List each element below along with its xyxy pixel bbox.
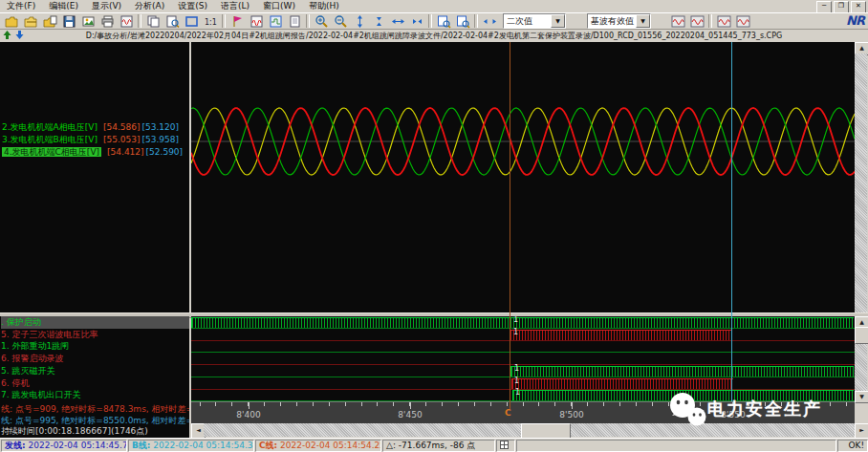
axis-minor-tick — [200, 402, 201, 406]
channel-label: 3.发电机机端B相电压[V] — [2, 135, 98, 144]
waveform-panel[interactable] — [191, 42, 855, 312]
wave-view-3-icon — [717, 14, 731, 29]
compress-vertical-button[interactable] — [369, 12, 388, 30]
cursor-b-line[interactable] — [731, 42, 732, 401]
wave-view-2-button[interactable] — [687, 12, 706, 30]
expand-horizontal-icon — [391, 14, 405, 29]
menu-item-4[interactable]: 设置(S) — [171, 0, 214, 12]
digital-channel-row[interactable]: 7. 跳发电机出口开关 — [1, 389, 189, 401]
digital-trace-panel[interactable]: 11111 — [191, 316, 855, 401]
preview-button[interactable] — [163, 12, 182, 30]
horizontal-scroll-thumb[interactable] — [521, 423, 571, 439]
cursor-info-panel: 线: 点号=909, 绝对时标=8478.3ms, 相对时差=8538.3ms线… — [0, 401, 189, 438]
wave-document-icon — [119, 14, 134, 29]
scroll-right-button[interactable]: ► — [855, 423, 868, 439]
toolbar-separator — [474, 14, 478, 28]
display-mode-select[interactable]: 基波有效值▼ — [587, 13, 651, 29]
menu-item-2[interactable]: 显示(V) — [85, 0, 128, 12]
digital-channel-row[interactable]: . 保护启动 — [1, 316, 189, 329]
zoom-region-button[interactable] — [434, 12, 453, 30]
toolbar-separator — [222, 14, 226, 28]
axis-minor-tick — [231, 402, 232, 406]
wave-frame-button[interactable] — [266, 12, 285, 30]
digital-channel-row[interactable]: 5. 定子三次谐波电压比率 — [1, 329, 189, 341]
digital-channel-row[interactable]: 6. 报警启动录波 — [1, 353, 189, 365]
open-folder-alt-button[interactable] — [21, 12, 40, 30]
digital-baseline — [191, 352, 855, 353]
copy-button[interactable] — [143, 12, 163, 30]
print-button[interactable] — [98, 12, 117, 30]
menu-item-6[interactable]: 窗口(W) — [256, 0, 302, 12]
axis-minor-tick — [361, 402, 362, 406]
digital-channel-row[interactable]: 1. 外部重动1跳闸 — [1, 340, 189, 353]
save-button[interactable] — [59, 12, 78, 30]
axis-minor-tick — [474, 402, 475, 406]
digital-scroll-thumb[interactable] — [855, 327, 868, 344]
axis-tick-label: 8'400 — [236, 410, 260, 420]
status-bar: 发线: 2022-02-04 05:14:45.773000 B线: 2022-… — [0, 438, 868, 452]
fit-window-button[interactable] — [182, 12, 201, 30]
analog-channel-row[interactable]: 3.发电机机端B相电压[V][55.053][53.958] — [2, 134, 179, 146]
toolbar-separator — [708, 14, 712, 28]
vertical-scrollbar-main[interactable] — [855, 54, 867, 312]
wave-view-3-button[interactable] — [714, 12, 733, 30]
analog-channel-row[interactable]: 4.发电机机端C相电压[V][54.412][52.590] — [2, 146, 183, 159]
axis-minor-tick — [345, 402, 346, 406]
menu-item-7[interactable]: 帮助(H) — [302, 0, 346, 12]
compress-vertical-icon — [372, 14, 386, 29]
one-to-one-icon: 1:1 — [204, 14, 218, 29]
digital-high-segment — [191, 317, 854, 328]
status-b-cursor-time: B线: 2022-02-04 05:14:54.323000 — [128, 440, 254, 452]
wave-view-4-button[interactable] — [733, 12, 752, 30]
print-icon — [100, 14, 115, 29]
digital-channel-row[interactable]: 5. 跳灭磁开关 — [1, 365, 189, 377]
compress-horizontal-button[interactable] — [407, 12, 426, 30]
wave-red-button[interactable] — [247, 12, 266, 30]
analog-channel-row[interactable]: 2.发电机机端A相电压[V][54.586][53.120] — [2, 121, 179, 134]
chevron-down-icon[interactable]: ▼ — [551, 14, 565, 28]
status-c-cursor-time: C线: 2022-02-04 05:14:54.251333 — [255, 440, 381, 452]
zoom-region-2-button[interactable] — [453, 12, 472, 30]
folder-page-button[interactable] — [40, 12, 59, 30]
one-to-one-button[interactable]: 1:1 — [201, 12, 220, 30]
menu-item-5[interactable]: 语言(L) — [214, 0, 256, 12]
flag-button[interactable] — [228, 12, 247, 30]
pan-horizontal-icon — [483, 14, 497, 29]
expand-vertical-icon — [353, 14, 367, 29]
menu-item-3[interactable]: 分析(A) — [128, 0, 171, 12]
menu-bar: 文件(F)编辑(E)显示(V)分析(A)设置(S)语言(L)窗口(W)帮助(H) — [0, 0, 868, 13]
zoom-out-button[interactable] — [331, 12, 350, 30]
axis-major-tick — [572, 402, 573, 409]
display-mode-value: 基波有效值 — [591, 15, 634, 28]
digital-scroll-down-button[interactable]: ▼ — [855, 391, 868, 403]
chevron-down-icon[interactable]: ▼ — [636, 14, 650, 28]
wave-view-1-button[interactable] — [668, 12, 687, 30]
cursor-c-value: [55.053] — [103, 135, 141, 144]
status-grid-icon[interactable] — [496, 440, 515, 452]
wave-document-button[interactable] — [117, 12, 136, 30]
expand-vertical-button[interactable] — [350, 12, 369, 30]
open-folder-button[interactable] — [2, 12, 21, 30]
axis-minor-tick — [296, 402, 297, 406]
digital-channel-label: 5. 定子三次谐波电压比率 — [1, 330, 98, 339]
cursor-c-line[interactable] — [510, 42, 510, 409]
file-path: D:/事故分析/岩滩20220204/2022年02月04日#2机组跳闸报告/2… — [0, 30, 868, 42]
axis-minor-tick — [603, 402, 604, 406]
axis-tick-label: 8'450 — [398, 410, 422, 420]
menu-item-0[interactable]: 文件(F) — [0, 0, 42, 12]
expand-horizontal-button[interactable] — [388, 12, 407, 30]
digital-channel-row[interactable]: 6. 停机 — [1, 377, 189, 390]
zoom-in-button[interactable] — [312, 12, 331, 30]
digital-channel-label: 6. 报警启动录波 — [1, 354, 63, 363]
menu-item-1[interactable]: 编辑(E) — [42, 0, 85, 12]
pan-horizontal-button[interactable] — [480, 12, 499, 30]
flag-icon — [230, 14, 245, 29]
value-type-select[interactable]: 二次值▼ — [503, 13, 566, 29]
cursor-c-label: C — [505, 408, 511, 418]
watermark-text: 电力安全生产 — [707, 398, 822, 420]
page-button[interactable] — [285, 12, 304, 30]
digital-state-marker: 1 — [515, 388, 520, 397]
export-image-button[interactable] — [78, 12, 98, 30]
zoom-in-icon — [315, 14, 329, 29]
grid-icon — [500, 441, 509, 449]
